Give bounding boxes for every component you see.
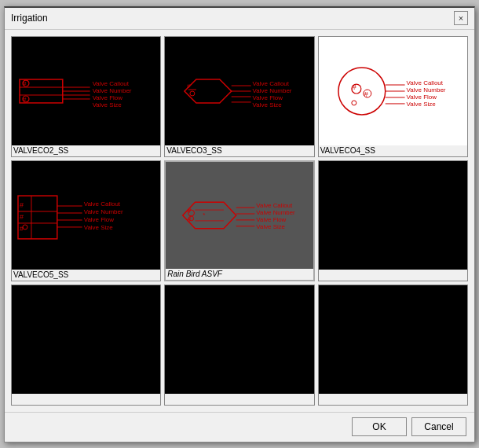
grid-item-valveco2[interactable]: # # Valve Callout Valve Number Valve Flo… bbox=[11, 36, 161, 157]
svg-text:Valve Flow: Valve Flow bbox=[84, 215, 115, 222]
diagram-valveco3: # Valve Callout Valve Number Valve Flow … bbox=[165, 37, 313, 145]
close-button[interactable]: × bbox=[454, 11, 468, 25]
grid-item-valveco5[interactable]: # # # Valve Callout Valve Number Valve F… bbox=[11, 160, 161, 281]
svg-rect-41 bbox=[18, 196, 57, 239]
dialog-footer: OK Cancel bbox=[5, 412, 474, 442]
grid-item-empty2[interactable] bbox=[11, 285, 161, 406]
svg-text:Valve Size: Valve Size bbox=[406, 100, 436, 107]
svg-text:Valve Number: Valve Number bbox=[257, 209, 296, 216]
grid-item-valveco4[interactable]: # # Valve Callout Valve Number Valve Flo… bbox=[318, 36, 468, 157]
label-valveco2: VALVECO2_SS bbox=[12, 145, 160, 156]
svg-text:#: # bbox=[187, 83, 191, 90]
preview-valveco3: # Valve Callout Valve Number Valve Flow … bbox=[165, 37, 313, 145]
svg-text:#: # bbox=[364, 90, 367, 97]
preview-rainbird: # # * Valve Callout Valve Number Valve F… bbox=[166, 162, 313, 269]
svg-text:#: # bbox=[188, 207, 192, 215]
label-empty2 bbox=[12, 394, 160, 405]
svg-text:Valve Number: Valve Number bbox=[253, 86, 292, 94]
svg-point-17 bbox=[190, 91, 195, 96]
label-valveco3: VALVECO3_SS bbox=[165, 145, 313, 156]
dialog-title: Irrigation bbox=[11, 13, 48, 24]
diagram-valveco5: # # # Valve Callout Valve Number Valve F… bbox=[12, 161, 160, 270]
title-bar: Irrigation × bbox=[5, 8, 474, 30]
svg-text:#: # bbox=[20, 201, 24, 209]
preview-empty2 bbox=[12, 285, 160, 394]
preview-empty1 bbox=[319, 161, 467, 270]
preview-valveco4: # # Valve Callout Valve Number Valve Flo… bbox=[319, 37, 467, 145]
diagram-rainbird: # # * Valve Callout Valve Number Valve F… bbox=[166, 162, 313, 269]
svg-text:Valve Number: Valve Number bbox=[84, 208, 123, 215]
preview-empty3 bbox=[165, 285, 313, 394]
svg-text:Valve Size: Valve Size bbox=[93, 101, 122, 108]
svg-point-27 bbox=[338, 68, 386, 115]
symbol-grid: # # Valve Callout Valve Number Valve Flo… bbox=[5, 30, 474, 412]
diagram-valveco4: # # Valve Callout Valve Number Valve Flo… bbox=[319, 37, 467, 145]
label-empty3 bbox=[165, 394, 313, 405]
svg-text:Valve Flow: Valve Flow bbox=[257, 215, 287, 222]
grid-item-empty4[interactable] bbox=[318, 285, 468, 406]
svg-text:#: # bbox=[20, 212, 24, 220]
label-empty1 bbox=[319, 270, 467, 281]
svg-text:Valve Callout: Valve Callout bbox=[93, 80, 130, 87]
svg-text:Valve Flow: Valve Flow bbox=[253, 94, 283, 101]
ok-button[interactable]: OK bbox=[352, 417, 407, 436]
svg-text:#: # bbox=[23, 80, 27, 87]
label-empty4 bbox=[319, 394, 467, 405]
svg-text:*: * bbox=[203, 211, 206, 218]
svg-point-32 bbox=[352, 100, 357, 105]
svg-text:#: # bbox=[23, 95, 27, 102]
svg-text:Valve Size: Valve Size bbox=[84, 223, 114, 230]
cancel-button[interactable]: Cancel bbox=[411, 417, 466, 436]
grid-item-empty3[interactable] bbox=[164, 285, 314, 406]
grid-item-valveco3[interactable]: # Valve Callout Valve Number Valve Flow … bbox=[164, 36, 314, 157]
diagram-valveco2: # # Valve Callout Valve Number Valve Flo… bbox=[12, 37, 160, 145]
svg-text:Valve Size: Valve Size bbox=[257, 222, 286, 230]
svg-text:Valve Number: Valve Number bbox=[93, 86, 132, 94]
irrigation-dialog: Irrigation × # # bbox=[4, 6, 475, 442]
svg-text:Valve Callout: Valve Callout bbox=[406, 79, 443, 86]
svg-text:Valve Callout: Valve Callout bbox=[253, 80, 290, 87]
svg-text:Valve Flow: Valve Flow bbox=[406, 93, 437, 100]
svg-text:#: # bbox=[353, 83, 357, 91]
preview-empty4 bbox=[319, 285, 467, 394]
preview-valveco2: # # Valve Callout Valve Number Valve Flo… bbox=[12, 37, 160, 145]
svg-text:Valve Callout: Valve Callout bbox=[257, 202, 294, 209]
label-valveco5: VALVECO5_SS bbox=[12, 270, 160, 281]
grid-item-empty1[interactable] bbox=[318, 160, 468, 281]
svg-text:Valve Number: Valve Number bbox=[406, 86, 445, 93]
svg-text:Valve Callout: Valve Callout bbox=[84, 200, 121, 207]
preview-valveco5: # # # Valve Callout Valve Number Valve F… bbox=[12, 161, 160, 270]
grid-item-rainbird[interactable]: # # * Valve Callout Valve Number Valve F… bbox=[164, 160, 314, 281]
svg-text:Valve Flow: Valve Flow bbox=[93, 94, 123, 101]
label-valveco4: VALVECO4_SS bbox=[319, 145, 467, 156]
label-rainbird: Rain Bird ASVF bbox=[166, 269, 313, 280]
svg-text:#: # bbox=[188, 215, 192, 222]
svg-text:Valve Size: Valve Size bbox=[253, 101, 283, 108]
